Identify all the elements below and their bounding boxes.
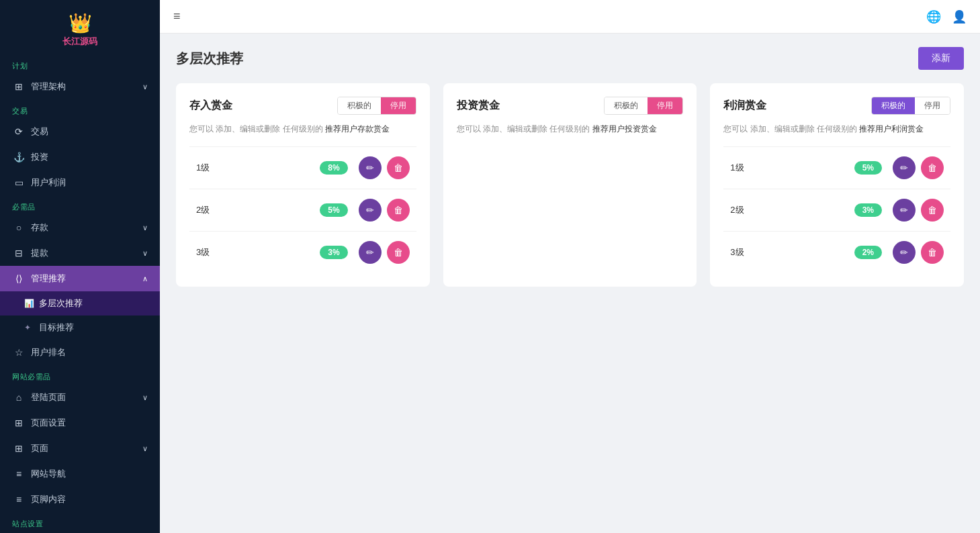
trade-icon: ⟳ <box>12 126 26 137</box>
card-header: 利润赏金 积极的 停用 <box>723 97 950 115</box>
action-buttons: ✏ 🗑 <box>893 199 944 222</box>
sidebar-item-label: 存款 <box>31 222 48 234</box>
level-badge: 5% <box>320 203 347 217</box>
nav-icon: ≡ <box>12 469 26 479</box>
sidebar-item-page-settings[interactable]: ⊞ 页面设置 <box>0 410 160 436</box>
sidebar-item-login-page[interactable]: ⌂ 登陆页面 ∨ <box>0 385 160 410</box>
hamburger-icon[interactable]: ≡ <box>173 9 181 23</box>
sidebar-item-label: 页面 <box>31 442 48 454</box>
main-area: ≡ 🌐 👤 多层次推荐 添新 存入赏金 积极的 停用 <box>160 0 980 533</box>
edit-button[interactable]: ✏ <box>359 156 382 179</box>
chevron-down-icon: ∨ <box>142 444 148 453</box>
invest-bonus-card: 投资赏金 积极的 停用 您可以 添加、编辑或删除 任何级别的 推荐用户投资赏金 <box>443 83 697 287</box>
chart-icon: 📊 <box>24 299 35 308</box>
footer-icon: ≡ <box>12 494 26 505</box>
action-buttons: ✏ 🗑 <box>359 156 410 179</box>
level-row: 2级 5% ✏ 🗑 <box>189 189 416 231</box>
delete-button[interactable]: 🗑 <box>387 199 410 222</box>
sidebar-item-label: 管理架构 <box>31 81 66 93</box>
edit-button[interactable]: ✏ <box>893 156 916 179</box>
sidebar-subitem-multi-referral[interactable]: 📊 多层次推荐 <box>0 291 160 316</box>
header-right: 🌐 👤 <box>926 9 967 24</box>
sidebar-item-footer[interactable]: ≡ 页脚内容 <box>0 487 160 512</box>
level-row: 3级 2% ✏ 🗑 <box>723 231 950 273</box>
toggle-inactive-btn[interactable]: 停用 <box>381 97 416 114</box>
add-button[interactable]: 添新 <box>918 47 964 70</box>
subitem-label: 多层次推荐 <box>39 297 83 309</box>
section-trade: 交易 <box>0 99 160 119</box>
sidebar-item-site-nav[interactable]: ≡ 网站导航 <box>0 461 160 487</box>
level-label: 1级 <box>196 162 223 174</box>
globe-icon[interactable]: 🌐 <box>926 9 941 24</box>
sidebar-item-label: 网站导航 <box>31 468 66 480</box>
toggle-inactive-btn[interactable]: 停用 <box>915 97 950 114</box>
sidebar-subitem-target-referral[interactable]: ✦ 目标推荐 <box>0 316 160 340</box>
chevron-down-icon: ∨ <box>142 83 148 91</box>
sidebar-item-label: 提款 <box>31 247 48 259</box>
action-buttons: ✏ 🗑 <box>359 199 410 222</box>
toggle-inactive-btn[interactable]: 停用 <box>648 97 682 114</box>
chevron-down-icon: ∨ <box>142 393 148 402</box>
card-description: 您可以 添加、编辑或删除 任何级别的 推荐用户存款赏金 <box>189 123 416 136</box>
logo-text: 长江源码 <box>62 36 97 48</box>
sidebar-item-label: 登陆页面 <box>31 391 66 403</box>
sidebar-item-label: 交易 <box>31 126 48 138</box>
action-buttons: ✏ 🗑 <box>893 156 944 179</box>
sidebar-item-manage-structure[interactable]: ⊞ 管理架构 ∨ <box>0 74 160 99</box>
logo-area: 👑 长江源码 <box>0 0 160 54</box>
sidebar-item-deposit[interactable]: ○ 存款 ∨ <box>0 215 160 240</box>
card-title: 利润赏金 <box>723 99 766 113</box>
delete-button[interactable]: 🗑 <box>387 156 410 179</box>
cards-row: 存入赏金 积极的 停用 您可以 添加、编辑或删除 任何级别的 推荐用户存款赏金 … <box>176 83 964 287</box>
card-description: 您可以 添加、编辑或删除 任何级别的 推荐用户利润赏金 <box>723 123 950 136</box>
deposit-bonus-card: 存入赏金 积极的 停用 您可以 添加、编辑或删除 任何级别的 推荐用户存款赏金 … <box>176 83 430 287</box>
toggle-active-btn[interactable]: 积极的 <box>872 97 915 114</box>
sidebar-item-manage-referral[interactable]: ⟨⟩ 管理推荐 ∧ <box>0 266 160 291</box>
action-buttons: ✏ 🗑 <box>359 241 410 264</box>
profit-bonus-card: 利润赏金 积极的 停用 您可以 添加、编辑或删除 任何级别的 推荐用户利润赏金 … <box>710 83 964 287</box>
delete-button[interactable]: 🗑 <box>387 241 410 264</box>
withdraw-icon: ⊟ <box>12 248 26 258</box>
edit-button[interactable]: ✏ <box>359 241 382 264</box>
action-buttons: ✏ 🗑 <box>893 241 944 264</box>
sidebar: 👑 长江源码 计划 ⊞ 管理架构 ∨ 交易 ⟳ 交易 ⚓ 投资 ▭ 用户利润 必… <box>0 0 160 533</box>
sidebar-item-trade[interactable]: ⟳ 交易 <box>0 119 160 144</box>
section-site-essentials: 网站必需品 <box>0 365 160 385</box>
ranking-icon: ☆ <box>12 347 26 358</box>
edit-button[interactable]: ✏ <box>893 199 916 222</box>
invest-icon: ⚓ <box>12 152 26 162</box>
delete-button[interactable]: 🗑 <box>921 156 944 179</box>
section-plan: 计划 <box>0 54 160 74</box>
delete-button[interactable]: 🗑 <box>921 241 944 264</box>
sidebar-item-label: 页面设置 <box>31 417 66 429</box>
sidebar-item-label: 页脚内容 <box>31 493 66 505</box>
level-badge: 3% <box>320 246 347 259</box>
sidebar-item-label: 管理推荐 <box>31 273 66 285</box>
toggle-active-btn[interactable]: 积极的 <box>605 97 648 114</box>
sidebar-item-invest[interactable]: ⚓ 投资 <box>0 144 160 170</box>
profit-icon: ▭ <box>12 177 26 188</box>
sidebar-item-label: 用户排名 <box>31 346 66 358</box>
sidebar-item-withdraw[interactable]: ⊟ 提款 ∨ <box>0 240 160 266</box>
content-area: 多层次推荐 添新 存入赏金 积极的 停用 您可以 添加、编辑或删除 任何级别的 … <box>160 34 980 533</box>
toggle-active-btn[interactable]: 积极的 <box>338 97 381 114</box>
chevron-down-icon: ∨ <box>142 249 148 258</box>
pages-icon: ⊞ <box>12 443 26 454</box>
section-essentials: 必需品 <box>0 195 160 215</box>
edit-button[interactable]: ✏ <box>359 199 382 222</box>
level-row: 1级 8% ✏ 🗑 <box>189 146 416 189</box>
top-header: ≡ 🌐 👤 <box>160 0 980 34</box>
sidebar-item-user-profit[interactable]: ▭ 用户利润 <box>0 170 160 195</box>
user-icon[interactable]: 👤 <box>952 9 967 24</box>
subitem-label: 目标推荐 <box>39 322 74 334</box>
sidebar-item-pages[interactable]: ⊞ 页面 ∨ <box>0 436 160 461</box>
card-title: 存入赏金 <box>189 99 232 113</box>
level-row: 2级 3% ✏ 🗑 <box>723 189 950 231</box>
toggle-group: 积极的 停用 <box>871 97 950 115</box>
sidebar-item-user-ranking[interactable]: ☆ 用户排名 <box>0 340 160 365</box>
level-badge: 2% <box>854 246 882 259</box>
target-icon: ✦ <box>24 323 35 332</box>
delete-button[interactable]: 🗑 <box>921 199 944 222</box>
page-header: 多层次推荐 添新 <box>176 47 964 70</box>
edit-button[interactable]: ✏ <box>893 241 916 264</box>
